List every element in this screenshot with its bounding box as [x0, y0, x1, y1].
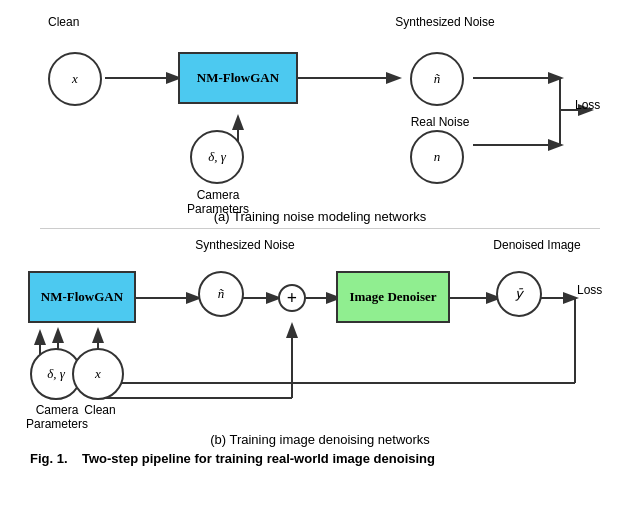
delta-gamma-label-a: δ, γ — [208, 149, 226, 165]
circle-n-tilde-a: ñ — [410, 52, 464, 106]
label-loss-a: Loss — [575, 98, 600, 112]
circle-y-bar-b: ȳ — [496, 271, 542, 317]
label-clean-a: Clean — [48, 15, 79, 29]
label-loss-b: Loss — [577, 283, 602, 297]
n-tilde-label-b: ñ — [218, 286, 225, 302]
n-tilde-label-a: ñ — [434, 71, 441, 87]
page-container: Clean x δ, γ Camera Parameters NM-FlowGA… — [0, 0, 640, 512]
label-clean-b: Clean — [82, 403, 118, 417]
n-label-a: n — [434, 149, 441, 165]
label-synth-noise-b: Synthesized Noise — [185, 238, 305, 252]
image-denoiser-label-b: Image Denoiser — [349, 289, 436, 305]
circle-x-b: x — [72, 348, 124, 400]
circle-n-tilde-b: ñ — [198, 271, 244, 317]
circle-n-a: n — [410, 130, 464, 184]
plus-circle-b: + — [278, 284, 306, 312]
label-real-noise-a: Real Noise — [410, 115, 470, 129]
diagram-a: Clean x δ, γ Camera Parameters NM-FlowGA… — [20, 10, 620, 205]
figure-caption: Fig. 1. Two-step pipeline for training r… — [20, 451, 620, 466]
nm-flowgan-label-a: NM-FlowGAN — [197, 70, 279, 86]
section-divider — [40, 228, 600, 229]
label-denoised-img-b: Denoised Image — [482, 238, 592, 252]
fig-prefix: Fig. 1. — [30, 451, 68, 466]
x-label-a: x — [72, 71, 78, 87]
nm-flowgan-box-a: NM-FlowGAN — [178, 52, 298, 104]
caption-b: (b) Training image denoising networks — [20, 432, 620, 447]
circle-x-a: x — [48, 52, 102, 106]
delta-gamma-label-b: δ, γ — [47, 366, 65, 382]
diagram-a-arrows — [20, 10, 620, 205]
caption-a: (a) Training noise modeling networks — [20, 209, 620, 224]
image-denoiser-box-b: Image Denoiser — [336, 271, 450, 323]
x-label-b: x — [95, 366, 101, 382]
y-bar-label-b: ȳ — [515, 286, 523, 302]
diagram-b-arrows — [20, 233, 620, 428]
fig-text: Two-step pipeline for training real-worl… — [82, 451, 435, 466]
circle-delta-gamma-a: δ, γ — [190, 130, 244, 184]
nm-flowgan-box-b: NM-FlowGAN — [28, 271, 136, 323]
label-synth-noise-a: Synthesized Noise — [385, 15, 505, 29]
nm-flowgan-label-b: NM-FlowGAN — [41, 289, 123, 305]
label-camera-params-a: Camera Parameters — [168, 188, 268, 216]
diagram-b: NM-FlowGAN δ, γ Camera Parameters x Clea… — [20, 233, 620, 428]
